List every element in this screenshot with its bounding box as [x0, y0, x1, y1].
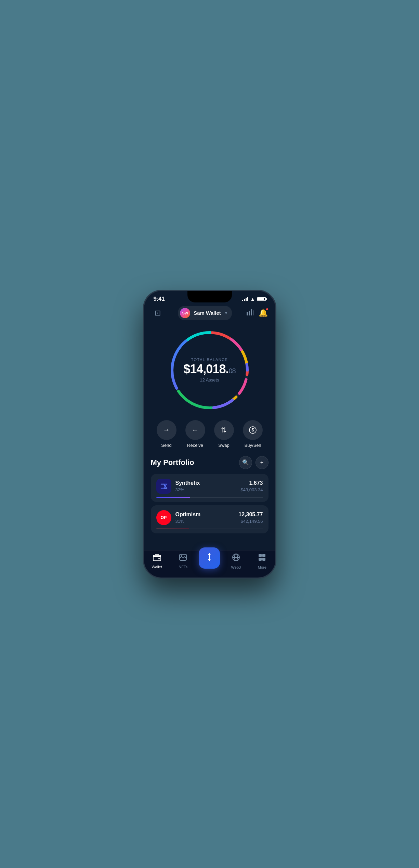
nav-more[interactable]: More [252, 553, 272, 569]
snx-pct: 32% [175, 487, 237, 492]
more-nav-label: More [258, 565, 266, 569]
avatar: SW [180, 308, 190, 318]
nav-wallet[interactable]: Wallet [147, 554, 167, 569]
svg-point-15 [158, 558, 160, 559]
snx-logo [156, 479, 171, 494]
op-info: Optimism 31% [175, 511, 235, 524]
svg-point-18 [209, 556, 210, 558]
snx-info: Synthetix 32% [175, 480, 237, 492]
signal-bars-icon [242, 297, 248, 301]
balance-display: $14,018.08 [183, 363, 235, 375]
wallet-nav-icon [153, 554, 161, 563]
phone-frame: 9:41 ▲ ⊡ [143, 290, 276, 579]
op-logo: OP [156, 510, 171, 525]
svg-rect-3 [253, 310, 253, 315]
receive-label: Receive [187, 443, 203, 448]
wifi-icon: ▲ [250, 296, 255, 302]
send-label: Send [161, 443, 171, 448]
asset-card-op[interactable]: OP Optimism 31% 12,305.77 $42,149.56 [151, 505, 269, 533]
chevron-down-icon: ▾ [225, 311, 227, 315]
op-usd: $42,149.56 [238, 519, 263, 524]
svg-point-17 [181, 555, 182, 557]
notifications-button[interactable]: 🔔 [259, 309, 268, 318]
center-action-icon [205, 552, 214, 564]
swap-icon-circle: ⇅ [214, 420, 234, 440]
snx-usd: $43,003.34 [240, 487, 263, 492]
notification-badge [265, 308, 269, 311]
balance-center: TOTAL BALANCE $14,018.08 12 Assets [183, 358, 235, 383]
web3-nav-icon [232, 553, 240, 563]
status-icons: ▲ [242, 296, 266, 302]
chart-button[interactable] [246, 309, 254, 317]
bottom-nav: Wallet NFTs [144, 550, 275, 578]
op-progress-bar [156, 529, 189, 529]
swap-button[interactable]: ⇅ Swap [214, 420, 234, 448]
swap-label: Swap [218, 443, 230, 448]
asset-list: Synthetix 32% 1.673 $43,003.34 [151, 474, 269, 537]
search-button[interactable]: 🔍 [239, 456, 252, 469]
notch [187, 291, 232, 302]
wallet-name: Sam Wallet [194, 310, 221, 316]
svg-rect-23 [259, 558, 262, 561]
asset-card-snx[interactable]: Synthetix 32% 1.673 $43,003.34 [151, 474, 269, 502]
scan-icon: ⊡ [155, 309, 161, 318]
wallet-selector[interactable]: SW Sam Wallet ▾ [178, 306, 232, 320]
portfolio-header: My Portfolio 🔍 + [151, 456, 269, 469]
add-asset-button[interactable]: + [256, 456, 269, 469]
snx-amount: 1.673 [240, 480, 263, 486]
buysell-icon-circle: $ [243, 420, 263, 440]
svg-rect-1 [249, 311, 250, 315]
buysell-icon: $ [249, 426, 257, 434]
nav-nfts[interactable]: NFTs [173, 554, 193, 569]
nfts-nav-label: NFTs [179, 565, 187, 569]
buysell-button[interactable]: $ Buy/Sell [243, 420, 263, 448]
svg-rect-22 [262, 554, 265, 557]
svg-rect-0 [247, 312, 248, 315]
op-values: 12,305.77 $42,149.56 [238, 511, 263, 524]
balance-label: TOTAL BALANCE [191, 358, 228, 362]
assets-count: 12 Assets [200, 377, 219, 383]
op-name: Optimism [175, 511, 235, 518]
receive-button[interactable]: ← Receive [185, 420, 205, 448]
balance-chart: TOTAL BALANCE $14,018.08 12 Assets [144, 326, 275, 415]
op-progress-track [156, 529, 263, 529]
svg-rect-14 [153, 555, 161, 561]
asset-row: Synthetix 32% 1.673 $43,003.34 [156, 479, 263, 494]
send-button[interactable]: → Send [157, 420, 176, 448]
header: ⊡ SW Sam Wallet ▾ [144, 302, 275, 320]
action-buttons: → Send ← Receive ⇅ Swap [144, 417, 275, 453]
status-time: 9:41 [154, 296, 165, 302]
header-right: 🔔 [246, 309, 268, 318]
op-amount: 12,305.77 [238, 511, 263, 518]
receive-icon: ← [192, 426, 199, 434]
battery-icon [257, 297, 266, 301]
nfts-nav-icon [179, 554, 187, 563]
svg-rect-21 [259, 554, 262, 557]
send-icon-circle: → [157, 420, 176, 440]
snx-progress-track [156, 497, 263, 498]
svg-rect-24 [262, 558, 265, 561]
scan-button[interactable]: ⊡ [152, 307, 164, 319]
snx-values: 1.673 $43,003.34 [240, 480, 263, 492]
more-nav-icon [258, 553, 266, 563]
snx-name: Synthetix [175, 480, 237, 486]
portfolio-actions: 🔍 + [239, 456, 269, 469]
balance-main: $14,018.08 [183, 362, 235, 376]
buysell-label: Buy/Sell [245, 443, 261, 448]
wallet-nav-label: Wallet [152, 565, 162, 569]
svg-rect-2 [251, 309, 252, 315]
asset-row: OP Optimism 31% 12,305.77 $42,149.56 [156, 510, 263, 525]
portfolio-title: My Portfolio [151, 458, 194, 467]
center-action-button[interactable] [199, 547, 220, 569]
portfolio-section: My Portfolio 🔍 + [144, 453, 275, 537]
snx-progress-bar [156, 497, 191, 498]
add-icon: + [260, 459, 263, 466]
scroll-content: 9:41 ▲ ⊡ [144, 291, 275, 549]
web3-nav-label: Web3 [231, 565, 241, 569]
send-icon: → [163, 426, 170, 434]
search-icon: 🔍 [242, 459, 249, 466]
receive-icon-circle: ← [185, 420, 205, 440]
swap-icon: ⇅ [221, 426, 227, 434]
nav-web3[interactable]: Web3 [226, 553, 246, 569]
op-pct: 31% [175, 519, 235, 524]
